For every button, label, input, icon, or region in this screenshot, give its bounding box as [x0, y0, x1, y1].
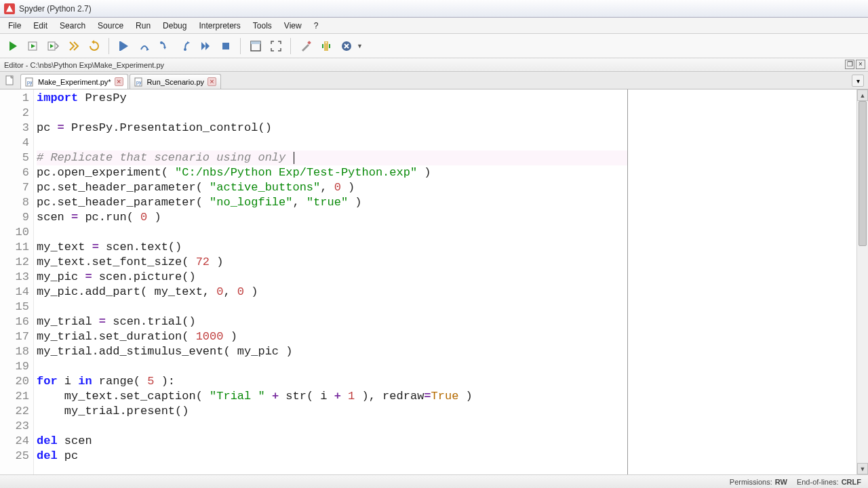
- code-line-24[interactable]: del scen: [37, 434, 627, 449]
- menu-interpreters[interactable]: Interpreters: [193, 19, 245, 33]
- code-line-13[interactable]: my_pic = scen.picture(): [37, 270, 627, 285]
- editor-path: Editor - C:\nbs\Python Exp\Make_Experime…: [4, 61, 164, 69]
- scroll-thumb[interactable]: [859, 101, 867, 246]
- svg-rect-15: [222, 43, 229, 49]
- right-pane: [627, 89, 868, 474]
- code-line-14[interactable]: my_pic.add_part( my_text, 0, 0 ): [37, 285, 627, 300]
- tabbar: pyMake_Experiment.py*pyRun_Scenario.py ▾: [0, 72, 868, 89]
- menu-file[interactable]: File: [3, 19, 26, 33]
- code-line-10[interactable]: [37, 225, 627, 240]
- code-line-12[interactable]: my_text.set_font_size( 72 ): [37, 255, 627, 270]
- status-eol: End-of-lines: CRLF: [797, 478, 861, 486]
- tab-run-scenario-py[interactable]: pyRun_Scenario.py: [130, 74, 221, 89]
- menu-view[interactable]: View: [279, 19, 307, 33]
- svg-marker-6: [121, 41, 128, 51]
- dropdown-arrow-icon[interactable]: ▼: [357, 43, 363, 49]
- svg-rect-18: [307, 41, 311, 45]
- fullscreen-button[interactable]: [267, 37, 285, 55]
- svg-marker-14: [205, 42, 210, 50]
- code-line-22[interactable]: my_trial.present(): [37, 404, 627, 419]
- svg-marker-2: [31, 44, 35, 48]
- menu-run[interactable]: Run: [130, 19, 156, 33]
- svg-point-10: [160, 41, 163, 44]
- debug-stop-button[interactable]: [217, 37, 235, 55]
- editor: 1234567891011121314151617181920212223242…: [0, 89, 868, 474]
- code-line-21[interactable]: my_text.set_caption( "Trial " + str( i +…: [37, 389, 627, 404]
- code-line-8[interactable]: pc.set_header_parameter( "no_logfile", "…: [37, 195, 627, 210]
- code-line-15[interactable]: [37, 300, 627, 314]
- tab-label: Run_Scenario.py: [147, 78, 204, 86]
- statusbar: Permissions: RW End-of-lines: CRLF: [0, 474, 868, 488]
- code-line-25[interactable]: del pc: [37, 449, 627, 464]
- code-line-6[interactable]: pc.open_experiment( "C:/nbs/Python Exp/T…: [37, 165, 627, 180]
- run-cell-button[interactable]: [24, 37, 42, 55]
- run-button[interactable]: [4, 37, 22, 55]
- tab-list-button[interactable]: ▾: [852, 75, 864, 87]
- svg-text:py: py: [27, 80, 33, 85]
- scroll-up-button[interactable]: ▲: [857, 89, 868, 101]
- svg-point-20: [326, 42, 327, 43]
- code-line-2[interactable]: [37, 106, 627, 121]
- vertical-scrollbar[interactable]: ▲ ▼: [856, 89, 868, 474]
- svg-marker-4: [50, 44, 54, 48]
- run-again-button[interactable]: [85, 37, 103, 55]
- code-line-20[interactable]: for i in range( 5 ):: [37, 374, 627, 389]
- python-file-icon: py: [134, 77, 144, 87]
- code-area[interactable]: import PresPy pc = PresPy.Presentation_c…: [34, 89, 627, 474]
- menu-tools[interactable]: Tools: [248, 19, 277, 33]
- code-line-19[interactable]: [37, 359, 627, 374]
- maximize-pane-button[interactable]: [247, 37, 264, 55]
- tab-make-experiment-py-[interactable]: pyMake_Experiment.py*: [20, 74, 128, 89]
- menu-search[interactable]: Search: [54, 19, 91, 33]
- new-doc-icon[interactable]: [4, 75, 16, 87]
- run-selection-button[interactable]: [65, 37, 83, 55]
- text-cursor: [294, 152, 294, 164]
- window-title: Spyder (Python 2.7): [19, 4, 92, 14]
- svg-text:py: py: [136, 80, 142, 85]
- menu-source[interactable]: Source: [92, 19, 129, 33]
- app-icon: [4, 3, 15, 14]
- status-permissions: Permissions: RW: [730, 478, 787, 486]
- svg-rect-17: [251, 41, 260, 44]
- python-file-icon: py: [25, 77, 35, 87]
- run-cell-advance-button[interactable]: [45, 37, 62, 55]
- code-line-3[interactable]: pc = PresPy.Presentation_control(): [37, 121, 627, 136]
- code-line-18[interactable]: my_trial.add_stimulus_event( my_pic ): [37, 344, 627, 359]
- debug-button[interactable]: [115, 37, 133, 55]
- titlebar: Spyder (Python 2.7): [0, 0, 868, 18]
- tab-close-button[interactable]: [208, 77, 216, 86]
- svg-marker-11: [187, 41, 190, 44]
- debug-continue-button[interactable]: [197, 37, 214, 55]
- svg-rect-7: [119, 41, 121, 51]
- tab-label: Make_Experiment.py*: [38, 78, 111, 86]
- code-line-4[interactable]: [37, 136, 627, 150]
- svg-marker-5: [92, 40, 94, 44]
- pane-restore-button[interactable]: ❐: [845, 60, 854, 69]
- svg-point-12: [184, 48, 186, 51]
- pythonpath-button[interactable]: [317, 37, 335, 55]
- code-line-23[interactable]: [37, 419, 627, 434]
- menu-debug[interactable]: Debug: [157, 19, 192, 33]
- debug-step-button[interactable]: [136, 37, 153, 55]
- debug-step-out-button[interactable]: [176, 37, 194, 55]
- editor-header: Editor - C:\nbs\Python Exp\Make_Experime…: [0, 58, 868, 72]
- debug-step-in-button[interactable]: [156, 37, 174, 55]
- pane-close-button[interactable]: ×: [856, 60, 865, 69]
- menu-help[interactable]: ?: [309, 19, 324, 33]
- code-line-1[interactable]: import PresPy: [37, 91, 627, 106]
- code-line-17[interactable]: my_trial.set_duration( 1000 ): [37, 329, 627, 344]
- stop-button[interactable]: [338, 37, 355, 55]
- tab-close-button[interactable]: [115, 77, 123, 86]
- code-line-5[interactable]: # Replicate that scenario using only: [37, 150, 627, 165]
- toolbar: ▼: [0, 34, 868, 58]
- scroll-down-button[interactable]: ▼: [857, 463, 868, 474]
- menu-edit[interactable]: Edit: [28, 19, 53, 33]
- menubar: FileEditSearchSourceRunDebugInterpreters…: [0, 18, 868, 34]
- line-gutter: 1234567891011121314151617181920212223242…: [0, 89, 34, 474]
- svg-marker-13: [201, 42, 205, 50]
- code-line-11[interactable]: my_text = scen.text(): [37, 240, 627, 255]
- preferences-button[interactable]: [297, 37, 315, 55]
- code-line-9[interactable]: scen = pc.run( 0 ): [37, 210, 627, 225]
- code-line-16[interactable]: my_trial = scen.trial(): [37, 314, 627, 329]
- code-line-7[interactable]: pc.set_header_parameter( "active_buttons…: [37, 180, 627, 195]
